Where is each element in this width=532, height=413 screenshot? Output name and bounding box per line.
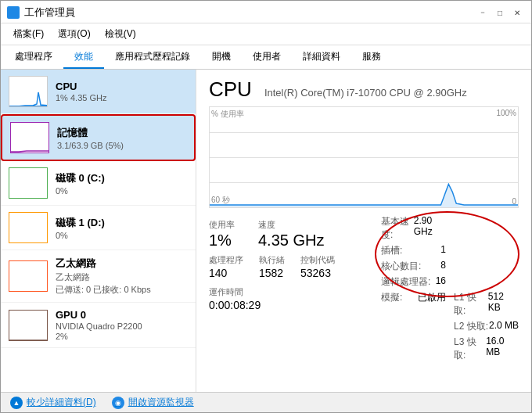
sidebar-item-disk1[interactable]: 磁碟 1 (D:) 0%: [1, 206, 196, 250]
stat-handles-label: 控制代碼: [300, 254, 335, 266]
right-header: CPU Intel(R) Core(TM) i7-10700 CPU @ 2.9…: [209, 77, 519, 102]
stat-usage-value: 1%: [209, 231, 235, 250]
chart-y-max: 100%: [496, 109, 516, 117]
cpu-thumbnail: [9, 76, 48, 107]
detail-base-speed: 基本速度: 2.90 GHz: [381, 214, 446, 242]
panel-title: CPU: [209, 77, 252, 102]
disk0-info: 磁碟 0 (C:) 0%: [56, 171, 188, 196]
stat-speed: 速度 4.35 GHz: [258, 219, 324, 250]
stat-uptime: 運作時間 0:00:08:29: [209, 286, 365, 314]
stat-usage-label: 使用率: [209, 219, 235, 231]
disk1-stat: 0%: [56, 231, 188, 240]
net-thumbnail: [9, 260, 48, 292]
detail-l3: L3 快取: 16.0 MB: [454, 335, 519, 363]
tab-performance[interactable]: 效能: [63, 45, 104, 69]
stat-threads: 執行緒 1582: [259, 254, 285, 282]
disk0-name: 磁碟 0 (C:): [56, 171, 188, 185]
grid-line-1: [210, 132, 518, 133]
stat-proc-label: 處理程序: [209, 254, 243, 266]
tab-app-history[interactable]: 應用程式歷程記錄: [104, 45, 201, 69]
net-info: 乙太網路 乙太網路 已傳送: 0 已接收: 0 Kbps: [56, 257, 188, 296]
cpu-stat: 1% 4.35 GHz: [56, 93, 188, 102]
tabs-bar: 處理程序 效能 應用程式歷程記錄 開機 使用者 詳細資料 服務: [1, 45, 531, 70]
right-panel: CPU Intel(R) Core(TM) i7-10700 CPU @ 2.9…: [196, 70, 531, 392]
chart-x-right: 0: [512, 197, 516, 206]
gpu-sub2: 2%: [56, 332, 188, 341]
app-icon: [7, 6, 20, 19]
sidebar-item-network[interactable]: 乙太網路 乙太網路 已傳送: 0 已接收: 0 Kbps: [1, 250, 196, 303]
disk0-thumbnail: [9, 167, 48, 199]
gpu-info: GPU 0 NVIDIA Quadro P2200 2%: [56, 309, 188, 341]
sidebar-item-gpu[interactable]: GPU 0 NVIDIA Quadro P2200 2%: [1, 303, 196, 348]
sidebar: CPU 1% 4.35 GHz 記憶體 3.1/63.9 GB (5%): [1, 70, 196, 392]
detail-blank-6: [381, 335, 446, 363]
sidebar-item-cpu[interactable]: CPU 1% 4.35 GHz: [1, 70, 196, 114]
stat-uptime-value: 0:00:08:29: [209, 298, 365, 314]
close-button[interactable]: ✕: [509, 6, 525, 19]
gpu-thumbnail: [9, 310, 48, 341]
menu-options[interactable]: 選項(O): [52, 25, 96, 43]
sidebar-item-disk0[interactable]: 磁碟 0 (C:) 0%: [1, 161, 196, 206]
mem-name: 記憶體: [57, 126, 186, 140]
less-detail-button[interactable]: ▲ 較少詳細資料(D): [10, 396, 96, 409]
detail-blank-2: [454, 243, 519, 258]
tab-processes[interactable]: 處理程序: [4, 45, 63, 69]
lower-right-details: 基本速度: 2.90 GHz 插槽: 1 核心數目: 8: [381, 214, 519, 363]
main-content: CPU 1% 4.35 GHz 記憶體 3.1/63.9 GB (5%): [1, 70, 531, 392]
menu-view[interactable]: 檢視(V): [99, 25, 142, 43]
open-monitor-button[interactable]: ◉ 開啟資源監視器: [112, 396, 194, 409]
window-controls: － □ ✕: [475, 6, 525, 19]
stat-proc-value: 140: [209, 266, 243, 282]
stat-speed-label: 速度: [258, 219, 324, 231]
detail-l2: L2 快取: 2.0 MB: [454, 319, 519, 334]
grid-line-2: [210, 157, 518, 158]
stat-uptime-label: 運作時間: [209, 286, 365, 298]
menu-bar: 檔案(F) 選項(O) 檢視(V): [1, 23, 531, 45]
mem-info: 記憶體 3.1/63.9 GB (5%): [57, 126, 186, 150]
open-monitor-label: 開啟資源監視器: [128, 396, 194, 409]
detail-blank-4: [454, 275, 519, 289]
net-sub1: 乙太網路: [56, 271, 188, 283]
disk1-name: 磁碟 1 (D:): [56, 216, 188, 230]
disk1-thumbnail: [9, 212, 48, 243]
title-bar-left: 工作管理員: [7, 5, 75, 20]
net-sub2: 已傳送: 0 已接收: 0 Kbps: [56, 284, 188, 296]
mem-thumbnail: [10, 122, 49, 153]
mem-stat: 3.1/63.9 GB (5%): [57, 141, 186, 150]
cpu-info: CPU 1% 4.35 GHz: [56, 81, 188, 102]
cpu-name: CPU: [56, 81, 188, 92]
less-detail-label: 較少詳細資料(D): [27, 396, 96, 409]
maximize-button[interactable]: □: [492, 6, 508, 19]
disk1-info: 磁碟 1 (D:) 0%: [56, 216, 188, 240]
bottom-bar: ▲ 較少詳細資料(D) ◉ 開啟資源監視器: [1, 392, 531, 412]
panel-subtitle: Intel(R) Core(TM) i7-10700 CPU @ 2.90GHz: [264, 87, 467, 99]
grid-line-3: [210, 182, 518, 183]
minimize-button[interactable]: －: [475, 6, 491, 19]
tab-startup[interactable]: 開機: [201, 45, 242, 69]
right-lower: 使用率 1% 速度 4.35 GHz 處理程序 140: [209, 214, 519, 363]
sidebar-item-memory[interactable]: 記憶體 3.1/63.9 GB (5%): [1, 114, 196, 161]
stat-threads-label: 執行緒: [259, 254, 285, 266]
chart-y-label: % 使用率: [211, 109, 244, 120]
detail-logical: 邏輯處理器: 16: [381, 275, 446, 289]
detail-l1: L1 快取: 512 KB: [454, 290, 519, 318]
menu-file[interactable]: 檔案(F): [7, 25, 50, 43]
detail-blank-3: [454, 259, 519, 274]
tab-details[interactable]: 詳細資料: [292, 45, 351, 69]
net-name: 乙太網路: [56, 257, 188, 271]
title-bar: 工作管理員 － □ ✕: [1, 1, 531, 23]
stat-handles-value: 53263: [300, 266, 335, 282]
disk0-stat: 0%: [56, 186, 188, 196]
detail-socket: 插槽: 1: [381, 243, 446, 258]
gpu-name: GPU 0: [56, 309, 188, 321]
open-monitor-icon: ◉: [112, 397, 124, 409]
main-window: 工作管理員 － □ ✕ 檔案(F) 選項(O) 檢視(V) 處理程序 效能 應用…: [0, 0, 532, 413]
gpu-sub1: NVIDIA Quadro P2200: [56, 321, 188, 331]
detail-blank-1: [454, 214, 519, 242]
stat-usage: 使用率 1%: [209, 219, 235, 250]
stat-threads-value: 1582: [259, 266, 285, 282]
chart-x-label: 60 秒: [211, 195, 230, 206]
cpu-chart: % 使用率 100% 60 秒 0: [209, 106, 519, 208]
tab-services[interactable]: 服務: [351, 45, 392, 69]
tab-users[interactable]: 使用者: [242, 45, 292, 69]
